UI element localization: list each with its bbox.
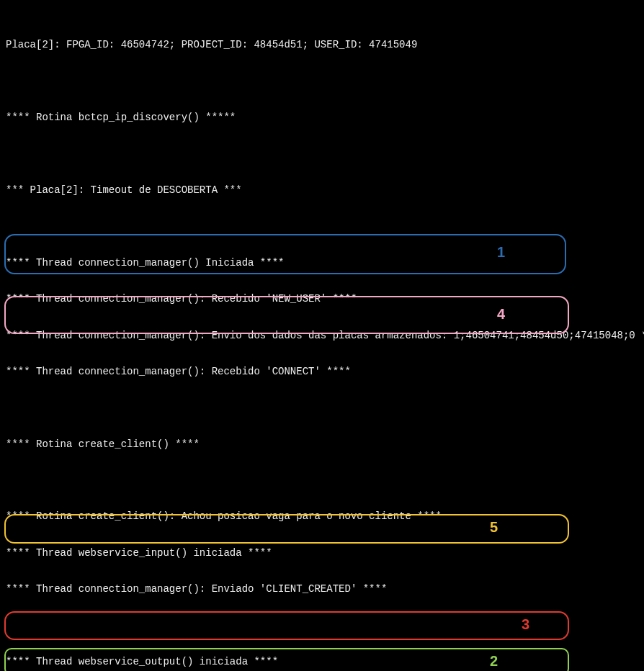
log-line: **** Thread connection_manager(): Recebi… bbox=[6, 293, 638, 305]
log-line bbox=[6, 402, 638, 414]
log-line bbox=[6, 474, 638, 487]
log-line: **** Rotina create_client() **** bbox=[6, 438, 638, 451]
log-line: **** Rotina bctcp_ip_discovery() ***** bbox=[6, 112, 638, 124]
log-line: **** Thread connection_manager(): Envio … bbox=[6, 330, 638, 342]
log-line: **** Thread connection_manager() Iniciad… bbox=[6, 257, 638, 269]
log-line: Placa[2]: FPGA_ID: 46504742; PROJECT_ID:… bbox=[6, 39, 638, 51]
annotation-label-4: 4 bbox=[497, 305, 505, 323]
log-line bbox=[6, 76, 638, 88]
log-line: **** Thread connection_manager(): Recebi… bbox=[6, 366, 638, 378]
log-line: **** Thread connection_manager(): Enviad… bbox=[6, 583, 638, 595]
log-line: **** Thread webservice_input() iniciada … bbox=[6, 547, 638, 559]
log-line: *** Placa[2]: Timeout de DESCOBERTA *** bbox=[6, 184, 638, 197]
log-line: **** Rotina create_client(): Achou posic… bbox=[6, 510, 638, 523]
terminal-output: Placa[2]: FPGA_ID: 46504742; PROJECT_ID:… bbox=[0, 0, 644, 671]
log-line bbox=[6, 148, 638, 161]
log-line: **** Thread webservice_output() iniciada… bbox=[6, 656, 638, 668]
log-line bbox=[6, 620, 638, 632]
log-line bbox=[6, 220, 638, 233]
